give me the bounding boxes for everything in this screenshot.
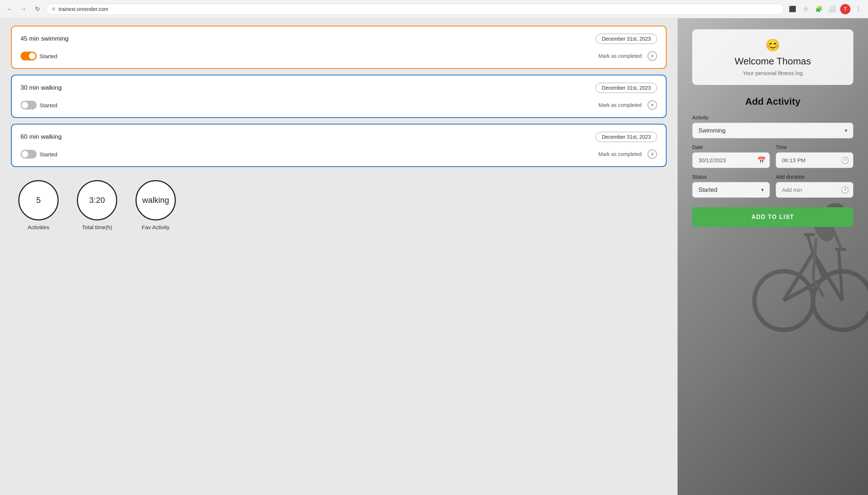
- activities-value: 5: [36, 196, 41, 205]
- welcome-subtitle: Your personal fitness log: [701, 70, 845, 76]
- card-3-toggle[interactable]: [21, 150, 37, 159]
- date-input-wrapper: 📅: [692, 152, 770, 168]
- card-1-actions: Mark as completed ✕: [598, 51, 657, 61]
- clock-icon: 🕐: [841, 156, 849, 164]
- activity-card-2: 30 min walking December 31st, 2023 Start…: [11, 75, 667, 118]
- card-1-title: 45 min swimming: [21, 35, 68, 42]
- card-3-delete-button[interactable]: ✕: [648, 149, 657, 159]
- status-select-wrapper: Started Completed Paused: [692, 182, 770, 198]
- card-2-started-label: Started: [40, 102, 57, 108]
- duration-label: Add duration: [776, 174, 853, 180]
- welcome-avatar-emoji: 😊: [701, 38, 845, 52]
- more-button[interactable]: ⋮: [853, 4, 864, 14]
- duration-input-wrapper: 🕐: [776, 182, 853, 198]
- card-3-title: 60 min walking: [21, 133, 62, 141]
- card-1-footer: Started Mark as completed ✕: [21, 51, 657, 61]
- card-2-toggle-thumb: [22, 102, 28, 108]
- activities-label: Activities: [27, 224, 49, 230]
- card-3-started-label: Started: [40, 151, 57, 157]
- stat-activities: 5 Activities: [18, 180, 59, 230]
- activity-form-group: Activity Swimming Walking Running Cyclin…: [692, 115, 853, 138]
- url-security-icon: ⚙: [52, 7, 56, 12]
- url-bar[interactable]: ⚙ trainext.onrender.com: [46, 4, 784, 15]
- stat-fav-activity: walking Fav Activity: [136, 180, 176, 230]
- card-1-started-label: Started: [40, 53, 57, 59]
- card-1-date: December 31st, 2023: [596, 34, 657, 44]
- card-2-delete-button[interactable]: ✕: [648, 100, 657, 110]
- card-2-toggle[interactable]: [21, 101, 37, 109]
- card-1-mark-completed[interactable]: Mark as completed: [598, 53, 642, 59]
- bookmark-button[interactable]: ☆: [801, 4, 811, 14]
- status-form-group: Status Started Completed Paused: [692, 174, 770, 198]
- card-3-toggle-group: Started: [21, 150, 57, 159]
- status-label: Status: [692, 174, 770, 180]
- user-avatar[interactable]: T: [840, 4, 850, 14]
- refresh-button[interactable]: ↻: [32, 4, 42, 14]
- url-text: trainext.onrender.com: [59, 6, 108, 12]
- total-time-label: Total time(h): [82, 224, 112, 230]
- card-1-toggle-thumb: [29, 53, 36, 59]
- activity-label: Activity: [692, 115, 853, 120]
- cast-button[interactable]: ⬛: [787, 4, 798, 14]
- fav-activity-value: walking: [142, 196, 169, 205]
- browser-action-buttons: ⬛ ☆ 🧩 ⬜ T ⋮: [787, 4, 864, 14]
- right-panel-content: 😊 Welcome Thomas Your personal fitness l…: [678, 18, 868, 495]
- card-2-date: December 31st, 2023: [596, 83, 657, 93]
- welcome-card: 😊 Welcome Thomas Your personal fitness l…: [692, 29, 853, 85]
- time-input-wrapper: 🕐: [776, 152, 853, 168]
- card-3-toggle-thumb: [22, 151, 28, 157]
- status-select[interactable]: Started Completed Paused: [692, 182, 770, 198]
- time-label: Time: [776, 144, 853, 150]
- forward-button[interactable]: →: [18, 4, 29, 14]
- card-2-header: 30 min walking December 31st, 2023: [21, 83, 657, 93]
- card-1-header: 45 min swimming December 31st, 2023: [21, 34, 657, 44]
- add-to-list-button[interactable]: ADD TO LIST: [692, 207, 853, 227]
- activity-card-1: 45 min swimming December 31st, 2023 Star…: [11, 26, 667, 69]
- add-activity-form: Add Activity Activity Swimming Walking R…: [692, 96, 853, 227]
- activities-circle: 5: [18, 180, 59, 220]
- activity-card-3: 60 min walking December 31st, 2023 Start…: [11, 124, 667, 167]
- card-3-header: 60 min walking December 31st, 2023: [21, 132, 657, 142]
- browser-chrome: ← → ↻ ⚙ trainext.onrender.com ⬛ ☆ 🧩 ⬜ T …: [0, 0, 868, 18]
- total-time-circle: 3:20: [77, 180, 117, 220]
- card-2-mark-completed[interactable]: Mark as completed: [598, 102, 642, 108]
- card-1-toggle[interactable]: [21, 52, 37, 60]
- left-panel: 45 min swimming December 31st, 2023 Star…: [0, 18, 678, 495]
- calendar-icon: 📅: [757, 156, 765, 164]
- time-form-group: Time 🕐: [776, 144, 853, 168]
- card-1-delete-button[interactable]: ✕: [648, 51, 657, 61]
- card-2-actions: Mark as completed ✕: [598, 100, 657, 110]
- extensions-button[interactable]: 🧩: [814, 4, 824, 14]
- form-title: Add Activity: [692, 96, 853, 107]
- card-2-footer: Started Mark as completed ✕: [21, 100, 657, 110]
- stat-total-time: 3:20 Total time(h): [77, 180, 117, 230]
- date-form-group: Date 📅: [692, 144, 770, 168]
- card-1-toggle-group: Started: [21, 52, 57, 60]
- back-button[interactable]: ←: [4, 4, 15, 14]
- card-2-toggle-group: Started: [21, 101, 57, 109]
- welcome-title: Welcome Thomas: [701, 56, 845, 67]
- card-2-title: 30 min walking: [21, 84, 62, 92]
- fav-activity-circle: walking: [136, 180, 176, 220]
- card-3-mark-completed[interactable]: Mark as completed: [598, 151, 642, 157]
- stats-row: 5 Activities 3:20 Total time(h) walking …: [11, 173, 667, 234]
- activity-select-wrapper: Swimming Walking Running Cycling: [692, 123, 853, 138]
- date-label: Date: [692, 144, 770, 150]
- main-container: 45 min swimming December 31st, 2023 Star…: [0, 18, 868, 495]
- duration-form-group: Add duration 🕐: [776, 174, 853, 198]
- duration-clock-icon: 🕐: [841, 186, 849, 194]
- card-3-date: December 31st, 2023: [596, 132, 657, 142]
- right-panel: 😊 Welcome Thomas Your personal fitness l…: [678, 18, 868, 495]
- activity-select[interactable]: Swimming Walking Running Cycling: [692, 123, 853, 138]
- status-duration-row: Status Started Completed Paused Add dura…: [692, 174, 853, 204]
- card-3-actions: Mark as completed ✕: [598, 149, 657, 159]
- split-button[interactable]: ⬜: [827, 4, 837, 14]
- total-time-value: 3:20: [89, 196, 105, 205]
- card-3-footer: Started Mark as completed ✕: [21, 149, 657, 159]
- fav-activity-label: Fav Activity: [142, 224, 170, 230]
- date-time-row: Date 📅 Time 🕐: [692, 144, 853, 174]
